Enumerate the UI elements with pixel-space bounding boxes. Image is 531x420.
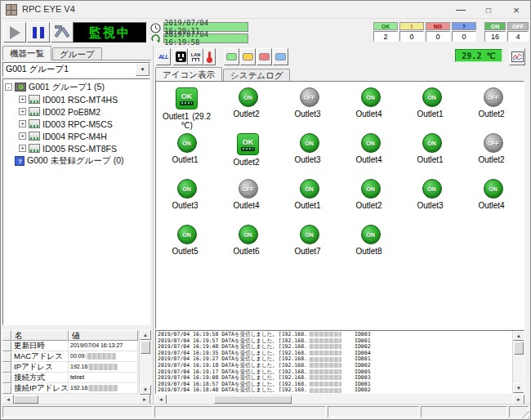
- outlet-cell[interactable]: ON Outlet1: [279, 179, 340, 225]
- outlet-cell[interactable]: ON Outlet8: [340, 225, 401, 270]
- outlet-cell[interactable]: OK Outlet1(29.2 ℃): [156, 87, 217, 133]
- scroll-down-button[interactable]: ▼: [140, 385, 151, 395]
- lan-view-button[interactable]: LAN: [188, 48, 203, 65]
- filter-red-button[interactable]: [257, 48, 272, 65]
- outlet-state-icon[interactable]: OK: [176, 87, 198, 109]
- settings-button[interactable]: [51, 22, 74, 42]
- scroll-down-button[interactable]: ▼: [513, 383, 524, 393]
- filter-yellow-button[interactable]: [240, 48, 256, 65]
- tab-group[interactable]: グループ: [52, 47, 102, 60]
- row-selector[interactable]: [2, 362, 11, 373]
- props-header-value[interactable]: 値: [69, 330, 138, 341]
- outlet-state-icon[interactable]: OFF: [239, 179, 258, 199]
- scroll-up-button[interactable]: ▲: [513, 331, 524, 341]
- outlet-cell[interactable]: ON Outlet3: [401, 179, 462, 225]
- group-select[interactable]: G001 グループ1 ▼: [2, 62, 150, 77]
- filter-green-button[interactable]: [224, 48, 239, 65]
- redacted-ip: [309, 344, 341, 349]
- tab-icon-view[interactable]: アイコン表示: [155, 67, 222, 82]
- outlet-state-icon[interactable]: ON: [361, 179, 381, 199]
- outlet-state-icon[interactable]: ON: [361, 133, 381, 153]
- temperature-view-button[interactable]: [203, 48, 216, 65]
- scroll-thumb[interactable]: [214, 395, 292, 404]
- outlet-state-icon[interactable]: ON: [177, 179, 197, 199]
- scroll-thumb[interactable]: [141, 341, 150, 354]
- outlet-cell[interactable]: OK Outlet2: [217, 133, 279, 179]
- expand-glyph: +: [20, 145, 25, 151]
- outlet-state-icon[interactable]: OK: [237, 133, 259, 155]
- tree-expand-toggle[interactable]: +: [19, 96, 26, 103]
- tree-expand-toggle[interactable]: +: [19, 120, 26, 127]
- filter-blue-button[interactable]: [273, 48, 288, 65]
- outlet-cell[interactable]: ON Outlet5: [156, 225, 217, 270]
- outlet-cell[interactable]: ON Outlet6: [217, 225, 279, 270]
- tree-expand-toggle[interactable]: +: [19, 132, 26, 140]
- outlet-state-icon[interactable]: ON: [177, 225, 197, 244]
- outlet-cell[interactable]: ON Outlet4: [340, 87, 401, 133]
- outlet-cell[interactable]: ON Outlet1: [401, 133, 462, 179]
- tree-item[interactable]: + ID005 RSC-MT8FS: [5, 142, 149, 154]
- scroll-up-button[interactable]: ▲: [140, 330, 151, 340]
- outlet-cell[interactable]: ON Outlet4: [462, 179, 524, 225]
- outlet-state-icon[interactable]: ON: [361, 225, 381, 244]
- start-monitoring-button[interactable]: [3, 22, 26, 42]
- outlet-state-icon[interactable]: ON: [300, 133, 319, 153]
- outlet-cell[interactable]: OFF Outlet2: [462, 133, 524, 179]
- combo-dropdown-button[interactable]: ▼: [136, 63, 149, 76]
- outlet-cell[interactable]: ON Outlet1: [401, 87, 462, 133]
- row-selector[interactable]: [2, 341, 11, 351]
- row-selector[interactable]: [2, 373, 11, 383]
- close-button[interactable]: ×: [502, 1, 530, 19]
- tree-item[interactable]: + ID001 RSC-MT4HS: [5, 93, 149, 105]
- outlet-state-icon[interactable]: ON: [422, 133, 442, 153]
- outlet-cell[interactable]: ON Outlet2: [340, 179, 401, 225]
- outlet-state-icon[interactable]: ON: [177, 133, 197, 153]
- row-selector[interactable]: [2, 383, 11, 394]
- outlet-state-icon[interactable]: OFF: [484, 87, 503, 107]
- tab-device-list[interactable]: 機器一覧: [2, 46, 51, 60]
- outlet-view-button[interactable]: [173, 48, 188, 65]
- tree-item[interactable]: - G001 グループ1 (5): [5, 81, 149, 93]
- tab-system-log[interactable]: システムログ: [223, 69, 290, 81]
- outlet-icon-grid: OK Outlet1(29.2 ℃) ON Outlet2: [155, 81, 524, 329]
- minimize-button[interactable]: —: [447, 1, 475, 19]
- tree-item[interactable]: + ID002 PoE8M2: [5, 105, 149, 118]
- log-message: DATAを受信しました。: [221, 386, 277, 393]
- maximize-button[interactable]: □: [475, 1, 502, 19]
- outlet-cell[interactable]: ON Outlet3: [279, 133, 340, 179]
- outlet-cell[interactable]: ON Outlet1: [156, 133, 217, 179]
- log-vertical-scrollbar[interactable]: ▲ ▼: [512, 331, 524, 393]
- temperature-graph-button[interactable]: [509, 48, 525, 65]
- pause-monitoring-button[interactable]: [27, 22, 50, 42]
- scroll-thumb[interactable]: [514, 342, 524, 355]
- outlet-state-icon[interactable]: ON: [239, 225, 258, 244]
- row-selector[interactable]: [2, 351, 11, 362]
- outlet-state-icon[interactable]: ON: [300, 179, 319, 199]
- outlet-state-icon[interactable]: OFF: [484, 133, 503, 153]
- props-vertical-scrollbar[interactable]: ▲ ▼: [139, 330, 150, 395]
- outlet-cell[interactable]: ON Outlet4: [340, 133, 401, 179]
- outlet-cell[interactable]: OFF Outlet3: [279, 87, 340, 133]
- tree-item[interactable]: G000 未登録グループ (0): [5, 154, 149, 167]
- tree-expand-toggle[interactable]: +: [19, 145, 26, 152]
- outlet-cell[interactable]: OFF Outlet2: [462, 87, 524, 133]
- props-header-name[interactable]: 名: [11, 330, 69, 341]
- outlet-state-icon[interactable]: OFF: [300, 87, 319, 107]
- tree-item[interactable]: + ID004 RPC-M4H: [5, 130, 149, 142]
- scroll-thumb[interactable]: [14, 395, 38, 404]
- outlet-cell[interactable]: OFF Outlet4: [217, 179, 279, 225]
- outlet-state-icon[interactable]: ON: [361, 87, 381, 107]
- tree-item[interactable]: + ID003 RPC-M5CS: [5, 118, 149, 130]
- show-all-button[interactable]: ALL: [156, 48, 171, 65]
- outlet-cell[interactable]: ON Outlet7: [279, 225, 340, 270]
- outlet-cell[interactable]: ON Outlet3: [156, 179, 217, 225]
- tree-expand-toggle[interactable]: +: [19, 108, 26, 115]
- outlet-state-icon[interactable]: ON: [422, 179, 442, 199]
- outlet-cell[interactable]: ON Outlet2: [217, 87, 279, 133]
- outlet-state-icon[interactable]: ON: [300, 225, 319, 244]
- tree-expand-toggle[interactable]: -: [5, 83, 12, 91]
- outlet-state-icon[interactable]: ON: [422, 87, 442, 107]
- outlet-state-icon[interactable]: ON: [484, 179, 503, 199]
- outlet-state-icon[interactable]: ON: [239, 87, 258, 107]
- titlebar[interactable]: RPC EYE V4 — □ ×: [1, 1, 530, 19]
